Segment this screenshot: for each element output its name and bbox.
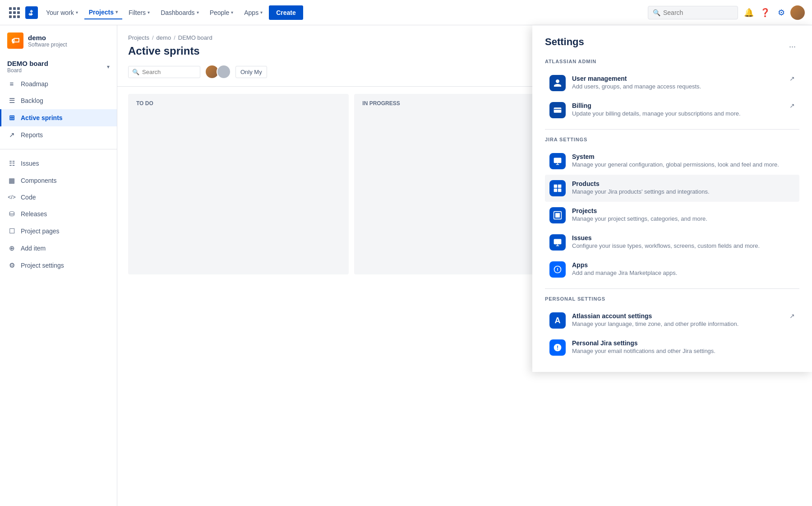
atlassian-account-icon: A: [549, 312, 566, 329]
notifications-button[interactable]: 🔔: [742, 5, 756, 20]
projects-desc: Manage your project settings, categories…: [572, 215, 795, 222]
apps-desc: Add and manage Jira Marketplace apps.: [572, 269, 795, 276]
board-header[interactable]: DEMO board Board ▾: [0, 54, 117, 75]
project-settings-icon: ⚙: [7, 261, 16, 269]
board-search-box[interactable]: 🔍: [128, 66, 200, 78]
more-options-button[interactable]: ···: [785, 42, 799, 51]
personal-jira-title: Personal Jira settings: [572, 339, 795, 347]
page-layout: 🏷 demo Software project DEMO board Board…: [0, 25, 812, 506]
issues-settings-icon: [549, 234, 566, 251]
nav-your-work[interactable]: Your work ▾: [42, 6, 83, 19]
column-header-todo: TO DO: [133, 98, 344, 110]
sidebar-item-issues[interactable]: ☷ Issues: [0, 155, 117, 172]
settings-item-atlassian-account[interactable]: A Atlassian account settings Manage your…: [545, 307, 799, 334]
issues-title: Issues: [572, 234, 795, 241]
topnav: Your work ▾ Projects ▾ Filters ▾ Dashboa…: [0, 0, 812, 25]
breadcrumb-demo-board[interactable]: DEMO board: [178, 34, 212, 41]
search-icon: 🔍: [132, 69, 139, 75]
billing-title: Billing: [572, 102, 783, 109]
sidebar-item-active-sprints[interactable]: ⊞ Active sprints: [0, 109, 117, 126]
svg-rect-3: [558, 185, 562, 188]
settings-divider: [545, 129, 799, 130]
settings-item-projects[interactable]: Projects Manage your project settings, c…: [545, 202, 799, 229]
personal-jira-desc: Manage your email notifications and othe…: [572, 348, 795, 354]
user-avatar[interactable]: [790, 5, 805, 20]
user-management-desc: Add users, groups, and manage access req…: [572, 83, 783, 90]
active-sprints-icon: ⊞: [7, 114, 16, 122]
add-item-icon: ⊕: [7, 244, 16, 252]
sidebar-item-add-item[interactable]: ⊕ Add item: [0, 240, 117, 257]
only-my-button[interactable]: Only My: [235, 66, 267, 78]
settings-item-billing[interactable]: Billing Update your billing details, man…: [545, 97, 799, 124]
board-column-todo: TO DO: [128, 94, 349, 274]
svg-rect-0: [554, 107, 562, 113]
chevron-down-icon: ▾: [231, 10, 233, 15]
breadcrumb-demo[interactable]: demo: [157, 34, 171, 41]
system-desc: Manage your general configuration, globa…: [572, 161, 795, 168]
board-sub: Board: [7, 67, 48, 74]
nav-apps[interactable]: Apps ▾: [240, 6, 267, 19]
search-box[interactable]: 🔍: [648, 6, 738, 19]
settings-divider-2: [545, 288, 799, 289]
svg-rect-2: [554, 185, 558, 188]
settings-item-user-management[interactable]: User management Add users, groups, and m…: [545, 70, 799, 97]
chevron-down-icon: ▾: [197, 10, 199, 15]
topnav-icons: 🔔 ❓ ⚙: [742, 5, 805, 20]
project-header: 🏷 demo Software project: [0, 25, 117, 54]
settings-item-apps[interactable]: Apps Add and manage Jira Marketplace app…: [545, 256, 799, 283]
projects-icon: [549, 207, 566, 223]
external-link-icon: ↗: [789, 75, 795, 82]
avatar-filters: [205, 65, 231, 79]
sidebar-item-project-pages[interactable]: ☐ Project pages: [0, 223, 117, 240]
project-pages-icon: ☐: [7, 227, 16, 235]
settings-button[interactable]: ⚙: [774, 5, 789, 20]
products-icon: [549, 180, 566, 196]
app-switcher-button[interactable]: [7, 5, 22, 20]
code-icon: </>: [7, 194, 16, 200]
svg-rect-7: [555, 213, 560, 218]
project-name: demo: [28, 34, 67, 42]
sidebar-item-roadmap[interactable]: ≡ Roadmap: [0, 75, 117, 92]
sidebar-item-components[interactable]: ▦ Components: [0, 172, 117, 189]
board-chevron-icon: ▾: [107, 64, 110, 70]
external-link-icon: ↗: [789, 102, 795, 109]
projects-title: Projects: [572, 207, 795, 214]
settings-section-jira: JIRA SETTINGS: [545, 135, 799, 144]
settings-item-system[interactable]: System Manage your general configuration…: [545, 148, 799, 175]
settings-title: Settings: [545, 36, 584, 48]
settings-item-products[interactable]: Products Manage your Jira products' sett…: [545, 175, 799, 202]
search-input[interactable]: [663, 9, 731, 16]
reports-icon: ↗: [7, 131, 16, 139]
sidebar-item-releases[interactable]: ⛁ Releases: [0, 205, 117, 223]
nav-filters[interactable]: Filters ▾: [124, 6, 154, 19]
breadcrumb-projects[interactable]: Projects: [128, 34, 149, 41]
settings-panel: Settings ··· ATLASSIAN ADMIN User manage…: [532, 25, 812, 372]
atlassian-account-title: Atlassian account settings: [572, 312, 783, 320]
jira-logo[interactable]: [25, 6, 38, 19]
atlassian-account-desc: Manage your language, time zone, and oth…: [572, 320, 783, 327]
nav-dashboards[interactable]: Dashboards ▾: [156, 6, 203, 19]
board-search-input[interactable]: [142, 69, 187, 75]
sidebar-item-code[interactable]: </> Code: [0, 189, 117, 205]
nav-people[interactable]: People ▾: [205, 6, 238, 19]
svg-rect-4: [554, 189, 558, 192]
nav-projects[interactable]: Projects ▾: [84, 6, 122, 19]
settings-item-issues[interactable]: Issues Configure your issue types, workf…: [545, 229, 799, 256]
billing-desc: Update your billing details, manage your…: [572, 110, 783, 117]
board-name: DEMO board: [7, 60, 48, 67]
avatar-filter-2[interactable]: [217, 65, 231, 79]
settings-item-personal-jira[interactable]: Personal Jira settings Manage your email…: [545, 334, 799, 361]
sidebar-item-reports[interactable]: ↗ Reports: [0, 126, 117, 144]
issues-icon: ☷: [7, 159, 16, 167]
help-button[interactable]: ❓: [758, 5, 772, 20]
create-button[interactable]: Create: [269, 5, 303, 20]
chevron-down-icon: ▾: [76, 10, 78, 15]
sidebar-item-backlog[interactable]: ☰ Backlog: [0, 92, 117, 109]
sidebar-item-project-settings[interactable]: ⚙ Project settings: [0, 257, 117, 274]
releases-icon: ⛁: [7, 210, 16, 218]
chevron-down-icon: ▾: [115, 9, 118, 14]
search-icon: 🔍: [653, 9, 660, 16]
apps-title: Apps: [572, 261, 795, 269]
issues-desc: Configure your issue types, workflows, s…: [572, 242, 795, 249]
system-title: System: [572, 153, 795, 160]
